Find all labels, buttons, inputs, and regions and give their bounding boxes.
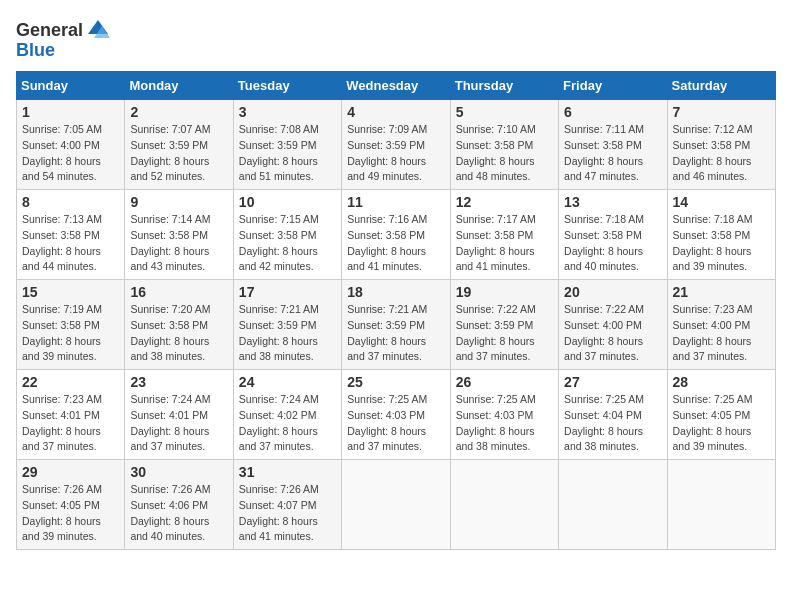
day-number: 26 <box>456 374 553 390</box>
day-number: 20 <box>564 284 661 300</box>
weekday-header-saturday: Saturday <box>667 72 775 100</box>
day-number: 16 <box>130 284 227 300</box>
day-info: Sunrise: 7:14 AM Sunset: 3:58 PM Dayligh… <box>130 212 227 275</box>
day-number: 6 <box>564 104 661 120</box>
day-info: Sunrise: 7:17 AM Sunset: 3:58 PM Dayligh… <box>456 212 553 275</box>
day-info: Sunrise: 7:07 AM Sunset: 3:59 PM Dayligh… <box>130 122 227 185</box>
calendar-cell: 9 Sunrise: 7:14 AM Sunset: 3:58 PM Dayli… <box>125 190 233 280</box>
calendar-cell: 27 Sunrise: 7:25 AM Sunset: 4:04 PM Dayl… <box>559 370 667 460</box>
day-info: Sunrise: 7:21 AM Sunset: 3:59 PM Dayligh… <box>239 302 336 365</box>
day-number: 12 <box>456 194 553 210</box>
calendar-cell: 12 Sunrise: 7:17 AM Sunset: 3:58 PM Dayl… <box>450 190 558 280</box>
calendar-cell: 22 Sunrise: 7:23 AM Sunset: 4:01 PM Dayl… <box>17 370 125 460</box>
day-info: Sunrise: 7:18 AM Sunset: 3:58 PM Dayligh… <box>564 212 661 275</box>
calendar-cell: 19 Sunrise: 7:22 AM Sunset: 3:59 PM Dayl… <box>450 280 558 370</box>
day-info: Sunrise: 7:25 AM Sunset: 4:03 PM Dayligh… <box>347 392 444 455</box>
day-info: Sunrise: 7:21 AM Sunset: 3:59 PM Dayligh… <box>347 302 444 365</box>
calendar-cell: 4 Sunrise: 7:09 AM Sunset: 3:59 PM Dayli… <box>342 100 450 190</box>
logo: General Blue <box>16 16 113 61</box>
day-number: 28 <box>673 374 770 390</box>
calendar-cell: 26 Sunrise: 7:25 AM Sunset: 4:03 PM Dayl… <box>450 370 558 460</box>
calendar-cell: 24 Sunrise: 7:24 AM Sunset: 4:02 PM Dayl… <box>233 370 341 460</box>
calendar-cell: 23 Sunrise: 7:24 AM Sunset: 4:01 PM Dayl… <box>125 370 233 460</box>
calendar-cell: 29 Sunrise: 7:26 AM Sunset: 4:05 PM Dayl… <box>17 460 125 550</box>
weekday-header-sunday: Sunday <box>17 72 125 100</box>
calendar-cell: 11 Sunrise: 7:16 AM Sunset: 3:58 PM Dayl… <box>342 190 450 280</box>
day-number: 19 <box>456 284 553 300</box>
day-number: 31 <box>239 464 336 480</box>
calendar-cell: 30 Sunrise: 7:26 AM Sunset: 4:06 PM Dayl… <box>125 460 233 550</box>
day-number: 29 <box>22 464 119 480</box>
calendar-cell: 31 Sunrise: 7:26 AM Sunset: 4:07 PM Dayl… <box>233 460 341 550</box>
calendar-table: SundayMondayTuesdayWednesdayThursdayFrid… <box>16 71 776 550</box>
day-number: 17 <box>239 284 336 300</box>
calendar-cell: 6 Sunrise: 7:11 AM Sunset: 3:58 PM Dayli… <box>559 100 667 190</box>
day-info: Sunrise: 7:19 AM Sunset: 3:58 PM Dayligh… <box>22 302 119 365</box>
day-number: 1 <box>22 104 119 120</box>
day-info: Sunrise: 7:23 AM Sunset: 4:00 PM Dayligh… <box>673 302 770 365</box>
calendar-cell: 10 Sunrise: 7:15 AM Sunset: 3:58 PM Dayl… <box>233 190 341 280</box>
day-info: Sunrise: 7:24 AM Sunset: 4:02 PM Dayligh… <box>239 392 336 455</box>
calendar-cell: 7 Sunrise: 7:12 AM Sunset: 3:58 PM Dayli… <box>667 100 775 190</box>
calendar-cell: 28 Sunrise: 7:25 AM Sunset: 4:05 PM Dayl… <box>667 370 775 460</box>
logo-text: General <box>16 20 83 41</box>
day-number: 15 <box>22 284 119 300</box>
day-info: Sunrise: 7:10 AM Sunset: 3:58 PM Dayligh… <box>456 122 553 185</box>
calendar-cell <box>342 460 450 550</box>
calendar-cell: 3 Sunrise: 7:08 AM Sunset: 3:59 PM Dayli… <box>233 100 341 190</box>
day-info: Sunrise: 7:22 AM Sunset: 3:59 PM Dayligh… <box>456 302 553 365</box>
calendar-cell: 21 Sunrise: 7:23 AM Sunset: 4:00 PM Dayl… <box>667 280 775 370</box>
day-info: Sunrise: 7:23 AM Sunset: 4:01 PM Dayligh… <box>22 392 119 455</box>
calendar-cell: 8 Sunrise: 7:13 AM Sunset: 3:58 PM Dayli… <box>17 190 125 280</box>
calendar-cell: 15 Sunrise: 7:19 AM Sunset: 3:58 PM Dayl… <box>17 280 125 370</box>
day-info: Sunrise: 7:25 AM Sunset: 4:05 PM Dayligh… <box>673 392 770 455</box>
weekday-header-friday: Friday <box>559 72 667 100</box>
calendar-cell <box>559 460 667 550</box>
day-number: 25 <box>347 374 444 390</box>
calendar-cell: 25 Sunrise: 7:25 AM Sunset: 4:03 PM Dayl… <box>342 370 450 460</box>
day-info: Sunrise: 7:24 AM Sunset: 4:01 PM Dayligh… <box>130 392 227 455</box>
day-info: Sunrise: 7:08 AM Sunset: 3:59 PM Dayligh… <box>239 122 336 185</box>
weekday-header-tuesday: Tuesday <box>233 72 341 100</box>
day-info: Sunrise: 7:26 AM Sunset: 4:07 PM Dayligh… <box>239 482 336 545</box>
weekday-header-wednesday: Wednesday <box>342 72 450 100</box>
day-number: 4 <box>347 104 444 120</box>
day-info: Sunrise: 7:26 AM Sunset: 4:05 PM Dayligh… <box>22 482 119 545</box>
calendar-cell: 18 Sunrise: 7:21 AM Sunset: 3:59 PM Dayl… <box>342 280 450 370</box>
calendar-cell <box>450 460 558 550</box>
day-number: 7 <box>673 104 770 120</box>
day-number: 22 <box>22 374 119 390</box>
calendar-cell: 5 Sunrise: 7:10 AM Sunset: 3:58 PM Dayli… <box>450 100 558 190</box>
calendar-cell <box>667 460 775 550</box>
day-number: 8 <box>22 194 119 210</box>
calendar-cell: 20 Sunrise: 7:22 AM Sunset: 4:00 PM Dayl… <box>559 280 667 370</box>
day-number: 13 <box>564 194 661 210</box>
day-info: Sunrise: 7:16 AM Sunset: 3:58 PM Dayligh… <box>347 212 444 275</box>
calendar-cell: 17 Sunrise: 7:21 AM Sunset: 3:59 PM Dayl… <box>233 280 341 370</box>
weekday-header-thursday: Thursday <box>450 72 558 100</box>
day-info: Sunrise: 7:25 AM Sunset: 4:04 PM Dayligh… <box>564 392 661 455</box>
page-header: General Blue <box>16 16 776 61</box>
day-number: 9 <box>130 194 227 210</box>
day-number: 11 <box>347 194 444 210</box>
calendar-cell: 13 Sunrise: 7:18 AM Sunset: 3:58 PM Dayl… <box>559 190 667 280</box>
day-info: Sunrise: 7:15 AM Sunset: 3:58 PM Dayligh… <box>239 212 336 275</box>
logo-icon <box>84 16 112 44</box>
day-info: Sunrise: 7:26 AM Sunset: 4:06 PM Dayligh… <box>130 482 227 545</box>
day-info: Sunrise: 7:12 AM Sunset: 3:58 PM Dayligh… <box>673 122 770 185</box>
day-number: 14 <box>673 194 770 210</box>
day-number: 21 <box>673 284 770 300</box>
day-info: Sunrise: 7:22 AM Sunset: 4:00 PM Dayligh… <box>564 302 661 365</box>
day-number: 30 <box>130 464 227 480</box>
day-info: Sunrise: 7:11 AM Sunset: 3:58 PM Dayligh… <box>564 122 661 185</box>
day-number: 23 <box>130 374 227 390</box>
day-number: 27 <box>564 374 661 390</box>
day-info: Sunrise: 7:05 AM Sunset: 4:00 PM Dayligh… <box>22 122 119 185</box>
day-info: Sunrise: 7:13 AM Sunset: 3:58 PM Dayligh… <box>22 212 119 275</box>
day-info: Sunrise: 7:25 AM Sunset: 4:03 PM Dayligh… <box>456 392 553 455</box>
day-number: 3 <box>239 104 336 120</box>
day-info: Sunrise: 7:18 AM Sunset: 3:58 PM Dayligh… <box>673 212 770 275</box>
calendar-cell: 16 Sunrise: 7:20 AM Sunset: 3:58 PM Dayl… <box>125 280 233 370</box>
weekday-header-monday: Monday <box>125 72 233 100</box>
day-info: Sunrise: 7:09 AM Sunset: 3:59 PM Dayligh… <box>347 122 444 185</box>
